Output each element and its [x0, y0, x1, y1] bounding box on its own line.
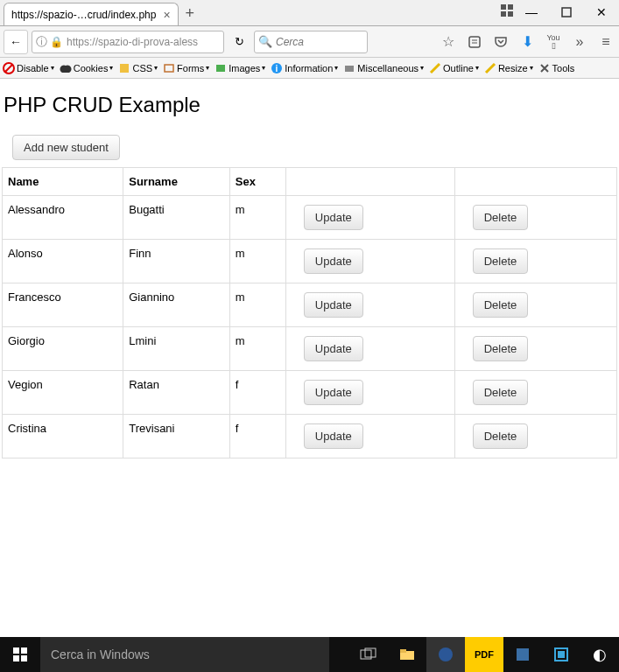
- overflow-icon[interactable]: »: [570, 32, 589, 52]
- svg-rect-20: [13, 655, 19, 662]
- dev-tools[interactable]: Tools: [536, 62, 578, 74]
- col-name: Name: [3, 168, 123, 196]
- dev-outline[interactable]: Outline▾: [426, 62, 482, 74]
- cell-surname: Finn: [123, 240, 230, 284]
- table-row: GiorgioLminimUpdateDelete: [3, 327, 617, 371]
- svg-rect-5: [469, 37, 480, 47]
- tab-title: https://spazio-…crud/index.php: [11, 9, 156, 21]
- delete-button[interactable]: Delete: [473, 380, 529, 405]
- cell-name: Alonso: [3, 240, 123, 284]
- delete-button[interactable]: Delete: [473, 205, 529, 230]
- task-view-icon[interactable]: [349, 637, 388, 672]
- dev-forms[interactable]: Forms▾: [160, 62, 212, 74]
- svg-text:i: i: [276, 64, 278, 74]
- new-tab-button[interactable]: +: [186, 4, 195, 25]
- search-bar[interactable]: 🔍: [254, 31, 368, 53]
- cell-sex: f: [229, 415, 285, 458]
- dev-disable[interactable]: Disable▾: [0, 62, 57, 74]
- cell-sex: f: [229, 371, 285, 415]
- file-explorer-icon[interactable]: [388, 637, 426, 672]
- svg-rect-2: [501, 11, 506, 17]
- update-button[interactable]: Update: [304, 336, 363, 361]
- cell-name: Cristina: [3, 415, 123, 458]
- svg-rect-29: [558, 651, 565, 658]
- svg-point-26: [439, 648, 453, 662]
- dev-css[interactable]: CSS▾: [116, 62, 160, 74]
- virtualbox-icon[interactable]: [542, 637, 580, 672]
- info-icon[interactable]: ⓘ: [36, 34, 47, 50]
- page-content: PHP CRUD Example Add new student Name Su…: [0, 79, 619, 466]
- lock-icon: 🔒: [50, 36, 63, 48]
- dev-miscellaneous[interactable]: Miscellaneous▾: [341, 62, 426, 74]
- delete-button[interactable]: Delete: [473, 292, 529, 318]
- window-maximize-button[interactable]: [549, 0, 584, 25]
- svg-rect-11: [165, 65, 173, 72]
- url-input[interactable]: [67, 36, 220, 48]
- cell-surname: Giannino: [123, 284, 230, 327]
- update-button[interactable]: Update: [304, 292, 363, 318]
- app-icon-2[interactable]: ◐: [580, 637, 619, 672]
- download-icon[interactable]: ⬇: [517, 32, 537, 52]
- svg-rect-0: [501, 4, 506, 10]
- table-row: AlonsoFinnmUpdateDelete: [3, 240, 617, 284]
- svg-rect-10: [120, 64, 129, 73]
- search-icon: 🔍: [258, 35, 272, 48]
- browser-tab[interactable]: https://spazio-…crud/index.php ×: [4, 3, 179, 25]
- delete-button[interactable]: Delete: [473, 248, 529, 274]
- bookmark-star-icon[interactable]: ☆: [439, 32, 458, 52]
- pocket-icon[interactable]: [491, 32, 510, 52]
- cell-surname: Trevisani: [123, 415, 230, 458]
- url-bar[interactable]: ⓘ 🔒: [32, 31, 224, 53]
- table-row: VegionRatanfUpdateDelete: [3, 371, 617, 415]
- cell-sex: m: [229, 327, 285, 371]
- students-table: Name Surname Sex AlessandroBugattimUpdat…: [2, 167, 617, 458]
- svg-line-9: [5, 65, 12, 72]
- svg-rect-19: [21, 648, 27, 654]
- update-button[interactable]: Update: [304, 248, 363, 274]
- col-surname: Surname: [123, 168, 230, 196]
- svg-rect-21: [21, 655, 27, 662]
- cell-sex: m: [229, 284, 285, 327]
- cell-surname: Bugatti: [123, 196, 230, 240]
- svg-rect-15: [345, 66, 354, 72]
- reader-icon[interactable]: [465, 32, 484, 52]
- taskbar-search[interactable]: Cerca in Windows: [40, 637, 329, 672]
- delete-button[interactable]: Delete: [473, 336, 529, 361]
- taskbar-search-placeholder: Cerca in Windows: [51, 648, 150, 662]
- page-title: PHP CRUD Example: [4, 93, 617, 117]
- svg-rect-27: [517, 648, 529, 661]
- cell-sex: m: [229, 196, 285, 240]
- window-controls: — ✕: [514, 0, 619, 25]
- svg-line-17: [486, 64, 495, 73]
- start-button[interactable]: [0, 637, 40, 672]
- dev-information[interactable]: iInformation▾: [268, 62, 341, 74]
- delete-button[interactable]: Delete: [473, 424, 529, 449]
- app-icon-1[interactable]: [503, 637, 542, 672]
- add-student-button[interactable]: Add new student: [12, 135, 120, 160]
- window-minimize-button[interactable]: —: [514, 0, 549, 25]
- dev-resize[interactable]: Resize▾: [482, 62, 536, 74]
- pdf-icon[interactable]: PDF: [465, 637, 503, 672]
- browser-nav-bar: ← ⓘ 🔒 ↻ 🔍 ☆ ⬇ You▯ » ≡: [0, 26, 619, 58]
- svg-rect-12: [216, 65, 225, 72]
- update-button[interactable]: Update: [304, 380, 363, 405]
- svg-rect-1: [508, 4, 513, 10]
- update-button[interactable]: Update: [304, 424, 363, 449]
- dev-images[interactable]: Images▾: [212, 62, 268, 74]
- cell-name: Alessandro: [3, 196, 123, 240]
- firefox-icon[interactable]: [426, 637, 465, 672]
- reload-button[interactable]: ↻: [228, 31, 250, 53]
- svg-line-16: [431, 64, 440, 73]
- table-row: AlessandroBugattimUpdateDelete: [3, 196, 617, 240]
- update-button[interactable]: Update: [304, 205, 363, 230]
- window-close-button[interactable]: ✕: [584, 0, 619, 25]
- search-input[interactable]: [276, 36, 363, 48]
- svg-rect-18: [13, 648, 19, 654]
- cell-name: Francesco: [3, 284, 123, 327]
- youtube-icon[interactable]: You▯: [544, 32, 563, 52]
- svg-rect-25: [400, 649, 406, 653]
- tab-close-icon[interactable]: ×: [163, 8, 170, 22]
- dev-cookies[interactable]: Cookies▾: [57, 62, 116, 74]
- back-button[interactable]: ←: [4, 30, 28, 54]
- menu-icon[interactable]: ≡: [596, 32, 615, 52]
